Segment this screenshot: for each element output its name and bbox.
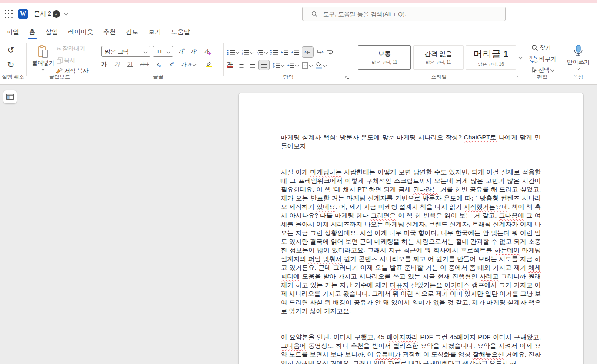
undo-button[interactable]: ↺ [5,44,17,56]
font-family-select[interactable]: 맑은 고딕 [101,46,150,57]
style-name: 머리글 1 [474,48,509,60]
dictate-button[interactable]: 받아쓰기 [566,43,591,71]
misspelled-word: ChatGPT로 [464,134,497,141]
replace-button[interactable]: 기 나 바꾸기 [529,55,556,63]
paragraph-direction-button[interactable] [302,46,314,58]
justify-icon [261,63,267,68]
align-right-button[interactable] [248,63,255,68]
font-size-chevron-icon [167,50,170,53]
misspelled-word: 그다음에 [281,342,306,349]
paragraph-dialog-launcher[interactable] [345,76,350,80]
grow-font-button[interactable]: 가^ [176,46,187,57]
text-run: 팔았거든요 [409,281,444,288]
misspelled-word: 디퓨저 [390,281,409,288]
voice-group-label: 음성 [560,73,596,81]
tab-help[interactable]: 도움말 [170,25,191,39]
checklist-button[interactable] [270,50,278,55]
text-wrap-button[interactable] [327,50,334,55]
misspelled-word: 사례고 [480,273,499,280]
style-card-normal[interactable]: 보통 맑은 고딕, 11 [358,45,411,70]
increase-indent-button[interactable] [291,50,299,55]
copy-button[interactable]: 복사 [57,56,75,64]
tab-review[interactable]: 검토 [125,25,140,39]
search-input[interactable] [323,11,488,17]
tab-view[interactable]: 보기 [148,25,162,39]
ribbon-tab-bar: 파일 홈 삽입 레이아웃 추천 검토 보기 도움말 [0,24,597,39]
document-page[interactable]: 마케팅 설계자 핵심: 방문자 온도에 맞춘 마케팅 시나리오 작성? Chat… [238,93,584,364]
ribbon-separator [354,43,354,76]
text-run: PDF 그런 45페이지 PDF 어디서 구해왔고, [418,334,541,341]
tab-file[interactable]: 파일 [6,25,20,39]
app-launcher-icon[interactable] [5,10,13,18]
document-body[interactable]: 마케팅 설계자 핵심: 방문자 온도에 맞춘 마케팅 시나리오 작성? Chat… [239,93,583,364]
align-left-button[interactable] [228,63,235,68]
numbered-list-button[interactable]: 123 [242,50,253,55]
subscript-button[interactable]: x2 [154,59,163,69]
redo-button[interactable]: ↻ [5,59,17,70]
bold-button[interactable]: 가 [100,59,108,69]
copy-icon [57,57,63,64]
superscript-button[interactable]: x2 [167,59,176,69]
multilevel-list-button[interactable]: 1ai [256,50,267,55]
find-button[interactable]: 찾기 [531,44,551,52]
select-chevron-icon [550,68,554,72]
change-case-button[interactable]: 가가 [180,59,196,69]
line-spacing-button[interactable] [273,63,284,68]
styles-dialog-launcher[interactable] [517,76,521,80]
paragraph-0[interactable]: 마케팅 설계자 핵심: 방문자 온도에 맞춘 마케팅 시나리오 작성? Chat… [281,133,541,150]
highlight-icon [206,61,212,66]
style-card-heading1[interactable]: 머리글 1 맑은 고딕, 16 [466,45,516,70]
numbered-list-icon: 123 [242,50,249,55]
misspelled-word: 유튜버가 [375,351,400,358]
shrink-font-button[interactable]: 가v [188,46,199,57]
save-status-icon[interactable]: ✓ [53,10,60,18]
tab-layout[interactable]: 레이아웃 [67,25,94,39]
undo-icon: ↺ [7,46,15,54]
style-card-no-spacing[interactable]: 간격 없음 맑은 고딕, 11 [413,45,464,70]
italic-button[interactable]: 가 [113,59,121,69]
highlight-button[interactable] [200,59,217,69]
paragraph-spacing-button[interactable] [287,63,298,68]
align-center-button[interactable] [238,63,245,68]
paragraph-2[interactable]: 이 요약본을 일단. 어디서 구했고, 45 페이지짜리 PDF 그런 45페이… [281,333,541,364]
search-bar[interactable] [302,7,506,21]
panel-toggle-button[interactable] [3,90,17,103]
font-group: 맑은 고딕 11 가^ 가v 가 가 가 가 가나 x2 x2 가가 [93,39,223,84]
find-icon [531,44,538,51]
style-detail: 맑은 고딕, 16 [478,61,504,67]
paste-button[interactable]: 붙여넣기 [32,42,54,74]
title-chevron-icon[interactable] [64,12,68,15]
text-run: 도움을 받아 가지고 시나리오를 쓰고 있는 지금 현재 진행형인 [300,273,480,280]
borders-chevron-icon [309,63,313,67]
strikethrough-button[interactable]: 가나 [139,59,150,69]
decrease-indent-button[interactable] [281,50,288,55]
clear-formatting-button[interactable]: 가 [201,46,213,57]
paragraph-row-2 [228,60,326,70]
justify-button[interactable] [258,60,270,70]
tab-home[interactable]: 홈 [28,25,37,39]
borders-button[interactable] [302,62,312,69]
cut-button[interactable]: ✂ 잘라내기 [57,45,85,53]
word-logo-icon[interactable]: W [18,9,28,19]
tab-insert[interactable]: 삽입 [45,25,59,39]
left-to-right-button[interactable] [317,50,324,55]
tab-references[interactable]: 추천 [103,25,117,39]
paragraph-row-1: 123 1ai [227,46,334,58]
font-size-select[interactable]: 11 [153,46,173,57]
replace-label: 바꾸기 [539,55,556,63]
shading-button[interactable] [316,62,326,69]
bullet-list-button[interactable] [227,50,239,55]
highlight-color-bar [206,66,212,67]
paragraph-1[interactable]: 사실 이게 마케팅하는 사람한테는 어떻게 보면 당연할 수도 있지만, 되게 … [281,168,541,315]
document-title[interactable]: 문서 2 [34,3,51,24]
select-button[interactable]: 선택 [531,66,554,74]
ribbon-separator [596,43,596,76]
font-family-chevron-icon [144,50,147,53]
underline-button[interactable]: 가 [126,59,134,69]
text-run: 요식 거에요. 그래서 일이 자료로 내가 [314,360,423,364]
select-icon [531,67,537,73]
align-right-icon [248,63,255,68]
text-wrap-icon [327,50,334,55]
styles-gallery-expand-button[interactable] [517,54,524,61]
microphone-icon [573,45,584,57]
